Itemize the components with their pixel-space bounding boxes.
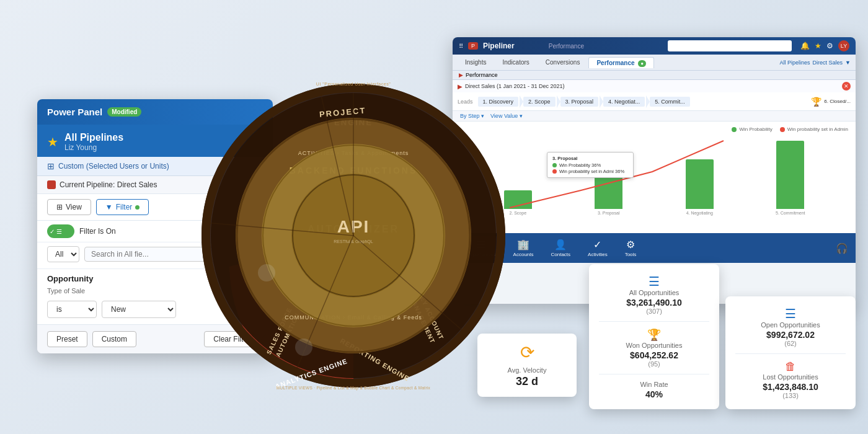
crm-nav-activities[interactable]: ✓ Activities	[582, 236, 614, 260]
open-opps-icon: ☰	[735, 306, 846, 321]
view-icon: ⊞	[56, 203, 63, 211]
crm-tooltip-admin-label: Win probability set in Admi 36%	[559, 169, 624, 174]
view-label: View	[66, 203, 82, 211]
crm-pipeline-selector[interactable]: All Pipelines Direct Sales ▼	[780, 60, 851, 66]
svg-point-30	[295, 339, 312, 356]
crm-search-bar[interactable]	[668, 40, 792, 51]
stats-all-opps-section: ☰ All Opportunities $3,261,490.10 (307)	[599, 274, 709, 315]
crm-stage-scope[interactable]: 2. Scope	[523, 97, 556, 107]
crm-close-icon[interactable]: ✕	[842, 82, 851, 91]
crm-tools-label: Tools	[625, 252, 637, 257]
crm-arrow-2	[557, 95, 560, 108]
crm-legend-win-admin: Win probability set in Admin	[780, 126, 848, 132]
stat-divider-3	[735, 353, 846, 354]
pp-pipeline-name: All Pipelines	[64, 132, 123, 143]
pp-is-select[interactable]: is	[47, 301, 97, 318]
pp-current-pipeline: Current Pipeline: Direct Sales	[60, 180, 157, 189]
crm-settings-icon: ⚙	[826, 42, 833, 50]
open-opps-label: Open Opportunities	[735, 321, 846, 329]
crm-bar-proposal-label: 3. Proposal	[598, 211, 619, 215]
pp-filter-button[interactable]: ▼ Filter	[96, 199, 149, 215]
crm-activities-icon: ✓	[593, 239, 601, 250]
crm-pipeline-selector-sub: Direct Sales	[813, 60, 843, 66]
won-opps-amount: $604,252.62	[599, 350, 709, 360]
pp-filter-on-label: Filter Is On	[79, 227, 116, 236]
all-opps-icon: ☰	[599, 274, 709, 289]
pp-pipeline-user: Liz Young	[64, 143, 123, 152]
crm-pipeline-selector-label: All Pipelines	[780, 60, 810, 66]
crm-bar-group-proposal: 3. Proposal	[570, 175, 649, 215]
lost-opps-label: Lost Opportunities	[735, 373, 846, 381]
crm-closed-label: 6. Closed/...	[824, 99, 851, 104]
all-opps-count: (307)	[599, 308, 709, 315]
crm-tooltip-red-dot	[552, 169, 557, 174]
pp-filter-active-dot	[135, 205, 140, 210]
won-opps-label: Won Opportunities	[599, 342, 709, 349]
pp-star-icon: ★	[47, 135, 58, 149]
lost-opps-count: (133)	[735, 392, 846, 399]
crm-tooltip-win-row: Win Probability 36%	[552, 162, 628, 168]
crm-activities-label: Activities	[588, 252, 608, 257]
crm-tab-conversions[interactable]: Conversions	[538, 57, 588, 68]
stats-won-opps-section: 🏆 Won Opportunities $604,252.62 (95)	[599, 328, 709, 368]
pp-all-select[interactable]: All	[47, 246, 79, 262]
crm-tooltip-stage: 3. Proposal	[552, 156, 628, 161]
crm-nav-spacer: 🎧	[836, 242, 848, 254]
crm-legend-green-dot	[732, 127, 737, 132]
crm-tools-icon: ⚙	[626, 239, 635, 250]
crm-chevron-down-icon: ▼	[845, 60, 851, 66]
crm-bar-commitment	[776, 141, 804, 209]
open-opps-count: (62)	[735, 340, 846, 347]
pp-custom-button[interactable]: Custom	[92, 331, 136, 347]
crm-bar-negotiating-label: 4. Negotiating	[686, 211, 713, 215]
open-opps-amount: $992,672.02	[735, 330, 846, 340]
pp-title: Power Panel	[47, 107, 102, 117]
pp-filter-toggle[interactable]: ✓ ☰	[47, 224, 74, 238]
pp-new-select[interactable]: New	[102, 301, 176, 318]
crm-legend-win-label: Win Probability	[739, 126, 772, 132]
crm-avatar: LY	[838, 40, 849, 51]
svg-text:RESTful & GraphQL: RESTful & GraphQL	[334, 239, 373, 244]
crm-legend-admin-label: Win probability set in Admin	[787, 126, 848, 132]
crm-tab-label: Performance	[549, 43, 584, 50]
toggle-bars-icon: ☰	[56, 228, 62, 235]
won-opps-count: (95)	[599, 360, 709, 368]
svg-text:MULTIPLE VIEWS · Pipeline & Li: MULTIPLE VIEWS · Pipeline & List & Map &…	[277, 386, 431, 391]
crm-trophy-icon: 🏆	[811, 97, 822, 107]
crm-tooltip-admin-row: Win probability set in Admi 36%	[552, 169, 628, 174]
toggle-check-icon: ✓	[50, 228, 55, 235]
crm-contacts-label: Contacts	[551, 252, 571, 257]
stats-open-opps-section: ☰ Open Opportunities $992,672.02 (62)	[735, 306, 846, 347]
crm-tab-performance[interactable]: Performance ●	[588, 57, 654, 68]
crm-bar-negotiating	[686, 159, 714, 209]
svg-point-31	[258, 264, 275, 281]
crm-contacts-icon: 👤	[554, 239, 567, 250]
stats-win-rate-section: Win Rate 40%	[599, 381, 709, 399]
crm-star-icon: ★	[815, 42, 822, 50]
pp-preset-button[interactable]: Preset	[47, 331, 87, 347]
crm-nav-contacts[interactable]: 👤 Contacts	[545, 236, 577, 260]
pp-view-button[interactable]: ⊞ View	[47, 199, 91, 215]
wheel-diagram: PROJECT ENGINE KEY ACCOUNT MANAGEMENT RE…	[180, 37, 527, 422]
win-rate-value: 40%	[599, 389, 709, 399]
crm-tooltip-green-dot	[552, 163, 557, 167]
crm-nav-tools[interactable]: ⚙ Tools	[619, 236, 643, 260]
crm-stage-commitment[interactable]: 5. Commit...	[650, 97, 690, 107]
crm-legend-red-dot	[780, 127, 785, 132]
win-rate-label: Win Rate	[599, 381, 709, 388]
crm-tab-badge: ●	[638, 60, 646, 67]
stats-lost-opps-section: 🗑 Lost Opportunities $1,423,848.10 (133)	[735, 360, 846, 399]
crm-bar-group-commitment: 5. Commitment	[751, 141, 830, 215]
all-opps-amount: $3,261,490.10	[599, 298, 709, 308]
crm-stage-proposal[interactable]: 3. Proposal	[560, 97, 599, 107]
crm-bar-group-negotiating: 4. Negotiating	[660, 159, 739, 215]
crm-bar-proposal	[595, 175, 622, 209]
stat-divider-1	[599, 321, 709, 322]
lost-opps-amount: $1,423,848.10	[735, 382, 846, 392]
crm-tooltip: 3. Proposal Win Probability 36% Win prob…	[547, 152, 634, 178]
crm-stage-negotiating[interactable]: 4. Negotiat...	[603, 97, 645, 107]
crm-headset-icon: 🎧	[836, 243, 848, 254]
crm-notif-icon: 🔔	[800, 42, 810, 50]
all-opps-label: All Opportunities	[599, 289, 709, 296]
stats-main-card: ☰ All Opportunities $3,261,490.10 (307) …	[589, 264, 719, 409]
